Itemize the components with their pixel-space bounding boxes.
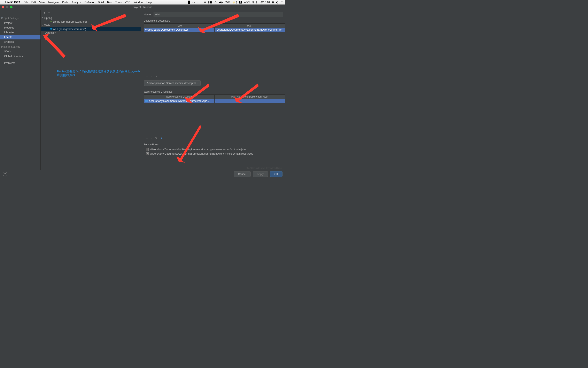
source-roots-label: Source Roots	[144, 143, 285, 146]
sidebar-item-sdks[interactable]: SDKs	[0, 49, 40, 54]
nav-back-icon[interactable]: ⇦	[0, 15, 3, 19]
menu-code[interactable]: Code	[62, 1, 68, 4]
menu-window[interactable]: Window	[134, 1, 143, 4]
menu-navigate[interactable]: Navigate	[48, 1, 59, 4]
facet-config-panel: Name: Deployment Descriptors Type Path W…	[141, 10, 285, 173]
search-icon[interactable]: ⌕	[197, 1, 199, 4]
sidebar-item-facets[interactable]: Facets	[0, 35, 40, 39]
source-root-row[interactable]: ✓ /Users/tony/Documents/WS/springframewo…	[144, 152, 285, 156]
tree-node-detection[interactable]: Detection	[41, 31, 141, 35]
maximize-button[interactable]	[10, 6, 12, 9]
checkbox-checked-icon[interactable]: ✓	[146, 152, 149, 155]
source-root-row[interactable]: ✓ /Users/tony/Documents/WS/springframewo…	[144, 147, 285, 152]
watermark: http://blog.csdn.net/ITTechnologyHome	[246, 167, 282, 169]
dd-remove-icon[interactable]: −	[151, 75, 152, 78]
menu-view[interactable]: View	[39, 1, 45, 4]
tree-label: Web	[44, 24, 50, 27]
facets-tree: + − ▼ Spring ❦ Spring (springframework-i…	[41, 10, 141, 173]
platform-settings-header: Platform Settings	[0, 44, 40, 49]
wr-row[interactable]: /Users/tony/Documents/WS/springframework…	[144, 99, 285, 103]
dd-path-cell: /Users/tony/Documents/WS/springframework…	[215, 28, 285, 32]
wifi-icon[interactable]: ◠	[215, 1, 217, 4]
mac-menubar: IntelliJ IDEA File Edit View Navigate Co…	[0, 0, 285, 5]
menu-refactor[interactable]: Refactor	[85, 1, 95, 4]
dd-edit-icon[interactable]: ✎	[155, 75, 158, 78]
spotlight-icon[interactable]: ◉	[272, 1, 274, 4]
facet-name-input[interactable]	[154, 12, 283, 17]
sidebar-item-libraries[interactable]: Libraries	[0, 30, 40, 35]
deployment-descriptors-label: Deployment Descriptors	[144, 19, 285, 22]
tree-node-spring-ioc[interactable]: ❦ Spring (springframework-ioc)	[41, 20, 141, 23]
bluetooth-icon[interactable]: ✲	[204, 1, 206, 4]
source-root-path: /Users/tony/Documents/WS/springframework…	[150, 148, 246, 151]
bookmark-icon[interactable]: ▊	[188, 1, 190, 4]
siri-icon[interactable]: ◐	[276, 1, 278, 4]
close-button[interactable]	[2, 6, 4, 9]
battery-icon[interactable]: ▮▮▮	[208, 1, 212, 4]
app-name[interactable]: IntelliJ IDEA	[5, 1, 20, 4]
menu-analyze[interactable]: Analyze	[72, 1, 81, 4]
annotation-text: Factes主要是为了确认模块的资源目录以及源码目录以及web应用的根路径	[57, 69, 141, 77]
battery-percent[interactable]: 65%	[225, 1, 230, 4]
expand-arrow-icon[interactable]: ▼	[42, 17, 44, 19]
expand-arrow-icon[interactable]: ▼	[42, 24, 44, 26]
sidebar-item-artifacts[interactable]: Artifacts	[0, 39, 40, 44]
web-resource-dirs-table: Web Resource Directory Path Relative to …	[144, 94, 285, 135]
menu-help[interactable]: Help	[146, 1, 152, 4]
nav-forward-icon[interactable]: ⇨	[4, 15, 7, 19]
help-button[interactable]: ?	[3, 172, 7, 176]
datetime[interactable]: 周日 上午10:16	[252, 0, 270, 4]
minimize-button[interactable]	[6, 6, 9, 9]
dd-col-type: Type	[144, 24, 215, 28]
spring-leaf-icon: ❦	[49, 20, 53, 23]
wr-remove-icon[interactable]: −	[151, 137, 152, 140]
sidebar-item-problems[interactable]: Problems	[0, 61, 40, 65]
volume-icon[interactable]: ◀))	[219, 1, 223, 4]
add-facet-icon[interactable]: +	[44, 11, 45, 14]
tree-node-spring[interactable]: ▼ Spring	[41, 16, 141, 20]
apply-button[interactable]: Apply	[253, 171, 268, 177]
notification-icon[interactable]: ☰	[280, 1, 283, 4]
menu-build[interactable]: Build	[98, 1, 104, 4]
titlebar: Project Structure	[0, 5, 285, 10]
sidebar-item-modules[interactable]: Modules	[0, 25, 40, 30]
display-icon[interactable]: ▭	[192, 1, 195, 4]
tree-node-web-mvc[interactable]: 🌐 Web (springframework-mvc)	[41, 27, 141, 31]
web-resource-dirs-label: Web Resource Directories	[144, 90, 285, 93]
menu-vcs[interactable]: VCS	[125, 1, 130, 4]
menu-file[interactable]: File	[24, 1, 28, 4]
ok-button[interactable]: OK	[270, 171, 282, 177]
dd-type-cell: Web Module Deployment Descriptor	[144, 28, 215, 32]
wr-dir-text: /Users/tony/Documents/WS/springframework…	[149, 99, 210, 102]
folder-icon	[145, 100, 148, 102]
wr-help-icon[interactable]: ?	[161, 137, 162, 140]
remove-facet-icon[interactable]: −	[48, 11, 50, 14]
menu-run[interactable]: Run	[107, 1, 112, 4]
deployment-descriptors-table: Type Path Web Module Deployment Descript…	[144, 23, 285, 73]
wr-path-cell: /	[215, 99, 285, 103]
tree-label: Spring	[44, 17, 52, 19]
wr-add-icon[interactable]: +	[146, 137, 148, 140]
sidebar-item-project[interactable]: Project	[0, 20, 40, 25]
dd-row[interactable]: Web Module Deployment Descriptor /Users/…	[144, 28, 285, 32]
input-source-abc[interactable]: ABC	[244, 1, 250, 4]
name-label: Name:	[144, 13, 154, 16]
wr-edit-icon[interactable]: ✎	[155, 137, 158, 140]
settings-sidebar: Project Settings Project Modules Librari…	[0, 10, 41, 173]
sidebar-item-global-libraries[interactable]: Global Libraries	[0, 54, 40, 58]
add-descriptor-button[interactable]: Add Application Server specific descript…	[144, 80, 201, 86]
project-structure-window: Project Structure ⇦ ⇨ Project Settings P…	[0, 5, 285, 178]
cancel-button[interactable]: Cancel	[234, 171, 251, 177]
menu-edit[interactable]: Edit	[31, 1, 36, 4]
dd-col-path: Path	[215, 24, 285, 28]
menu-tools[interactable]: Tools	[115, 1, 122, 4]
dd-add-icon[interactable]: +	[146, 75, 148, 78]
charging-icon: ⚡▯	[232, 1, 237, 4]
input-source-a[interactable]: A	[239, 1, 242, 3]
tree-label: Web (springframework-mvc)	[53, 28, 86, 31]
upload-icon[interactable]: ↑	[201, 1, 202, 4]
tree-label: Detection	[45, 31, 56, 34]
wr-col-path: Path Relative to Deployment Root	[215, 95, 285, 99]
checkbox-checked-icon[interactable]: ✓	[146, 148, 149, 151]
tree-node-web[interactable]: ▼ Web	[41, 23, 141, 27]
